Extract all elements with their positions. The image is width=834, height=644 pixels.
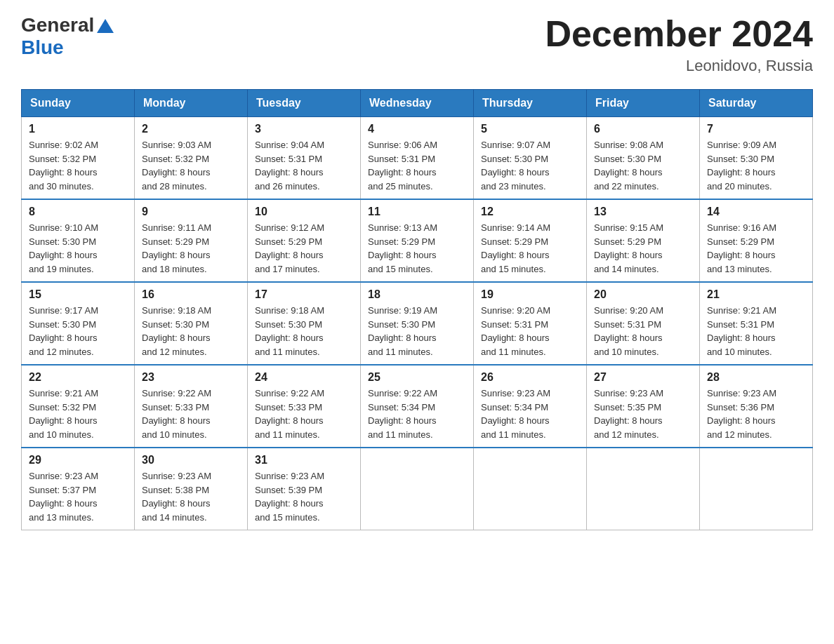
day-info: Sunrise: 9:23 AM Sunset: 5:39 PM Dayligh… xyxy=(255,469,353,524)
day-info: Sunrise: 9:23 AM Sunset: 5:34 PM Dayligh… xyxy=(481,387,579,441)
calendar-cell: 14 Sunrise: 9:16 AM Sunset: 5:29 PM Dayl… xyxy=(700,199,813,282)
calendar-cell: 10 Sunrise: 9:12 AM Sunset: 5:29 PM Dayl… xyxy=(248,199,361,282)
day-number: 13 xyxy=(594,206,692,218)
logo-triangle-icon xyxy=(95,16,115,36)
day-info: Sunrise: 9:20 AM Sunset: 5:31 PM Dayligh… xyxy=(594,304,692,358)
day-number: 11 xyxy=(368,206,466,218)
calendar-cell: 2 Sunrise: 9:03 AM Sunset: 5:32 PM Dayli… xyxy=(135,117,248,200)
calendar-cell: 16 Sunrise: 9:18 AM Sunset: 5:30 PM Dayl… xyxy=(135,282,248,365)
day-info: Sunrise: 9:02 AM Sunset: 5:32 PM Dayligh… xyxy=(29,138,127,193)
page-header: General Blue December 2024 Leonidovo, Ru… xyxy=(21,14,813,75)
calendar-header-friday: Friday xyxy=(587,90,700,117)
day-info: Sunrise: 9:04 AM Sunset: 5:31 PM Dayligh… xyxy=(255,138,353,193)
calendar-cell: 31 Sunrise: 9:23 AM Sunset: 5:39 PM Dayl… xyxy=(248,448,361,530)
day-number: 26 xyxy=(481,371,579,384)
day-info: Sunrise: 9:20 AM Sunset: 5:31 PM Dayligh… xyxy=(481,304,579,358)
day-info: Sunrise: 9:21 AM Sunset: 5:32 PM Dayligh… xyxy=(29,387,127,441)
day-info: Sunrise: 9:21 AM Sunset: 5:31 PM Dayligh… xyxy=(707,304,805,358)
day-info: Sunrise: 9:23 AM Sunset: 5:35 PM Dayligh… xyxy=(594,387,692,441)
day-info: Sunrise: 9:10 AM Sunset: 5:30 PM Dayligh… xyxy=(29,221,127,276)
day-number: 16 xyxy=(142,288,240,301)
calendar-header-tuesday: Tuesday xyxy=(248,90,361,117)
calendar-cell: 29 Sunrise: 9:23 AM Sunset: 5:37 PM Dayl… xyxy=(22,448,135,530)
calendar-table: SundayMondayTuesdayWednesdayThursdayFrid… xyxy=(21,89,813,530)
day-number: 19 xyxy=(481,288,579,301)
day-number: 24 xyxy=(255,371,353,384)
day-info: Sunrise: 9:06 AM Sunset: 5:31 PM Dayligh… xyxy=(368,138,466,193)
calendar-cell xyxy=(361,448,474,530)
day-number: 7 xyxy=(707,123,805,135)
calendar-cell: 22 Sunrise: 9:21 AM Sunset: 5:32 PM Dayl… xyxy=(22,365,135,448)
day-info: Sunrise: 9:11 AM Sunset: 5:29 PM Dayligh… xyxy=(142,221,240,276)
day-number: 9 xyxy=(142,206,240,218)
calendar-header-thursday: Thursday xyxy=(474,90,587,117)
calendar-cell: 1 Sunrise: 9:02 AM Sunset: 5:32 PM Dayli… xyxy=(22,117,135,200)
title-section: December 2024 Leonidovo, Russia xyxy=(545,14,813,75)
day-info: Sunrise: 9:18 AM Sunset: 5:30 PM Dayligh… xyxy=(255,304,353,358)
calendar-cell: 24 Sunrise: 9:22 AM Sunset: 5:33 PM Dayl… xyxy=(248,365,361,448)
calendar-cell xyxy=(587,448,700,530)
calendar-cell: 8 Sunrise: 9:10 AM Sunset: 5:30 PM Dayli… xyxy=(22,199,135,282)
day-number: 17 xyxy=(255,288,353,301)
calendar-cell: 27 Sunrise: 9:23 AM Sunset: 5:35 PM Dayl… xyxy=(587,365,700,448)
month-title: December 2024 xyxy=(545,14,813,54)
day-info: Sunrise: 9:08 AM Sunset: 5:30 PM Dayligh… xyxy=(594,138,692,193)
calendar-week-row: 15 Sunrise: 9:17 AM Sunset: 5:30 PM Dayl… xyxy=(22,282,813,365)
day-info: Sunrise: 9:13 AM Sunset: 5:29 PM Dayligh… xyxy=(368,221,466,276)
day-info: Sunrise: 9:07 AM Sunset: 5:30 PM Dayligh… xyxy=(481,138,579,193)
logo: General Blue xyxy=(21,14,115,59)
location-title: Leonidovo, Russia xyxy=(545,57,813,75)
day-info: Sunrise: 9:23 AM Sunset: 5:37 PM Dayligh… xyxy=(29,469,127,524)
calendar-header-row: SundayMondayTuesdayWednesdayThursdayFrid… xyxy=(22,90,813,117)
day-number: 31 xyxy=(255,454,353,467)
calendar-cell: 15 Sunrise: 9:17 AM Sunset: 5:30 PM Dayl… xyxy=(22,282,135,365)
calendar-cell: 30 Sunrise: 9:23 AM Sunset: 5:38 PM Dayl… xyxy=(135,448,248,530)
calendar-cell: 21 Sunrise: 9:21 AM Sunset: 5:31 PM Dayl… xyxy=(700,282,813,365)
day-info: Sunrise: 9:09 AM Sunset: 5:30 PM Dayligh… xyxy=(707,138,805,193)
day-number: 8 xyxy=(29,206,127,218)
calendar-cell: 20 Sunrise: 9:20 AM Sunset: 5:31 PM Dayl… xyxy=(587,282,700,365)
calendar-week-row: 1 Sunrise: 9:02 AM Sunset: 5:32 PM Dayli… xyxy=(22,117,813,200)
calendar-week-row: 8 Sunrise: 9:10 AM Sunset: 5:30 PM Dayli… xyxy=(22,199,813,282)
day-number: 15 xyxy=(29,288,127,301)
calendar-cell: 28 Sunrise: 9:23 AM Sunset: 5:36 PM Dayl… xyxy=(700,365,813,448)
day-number: 20 xyxy=(594,288,692,301)
day-number: 5 xyxy=(481,123,579,135)
calendar-cell: 12 Sunrise: 9:14 AM Sunset: 5:29 PM Dayl… xyxy=(474,199,587,282)
day-info: Sunrise: 9:14 AM Sunset: 5:29 PM Dayligh… xyxy=(481,221,579,276)
calendar-week-row: 22 Sunrise: 9:21 AM Sunset: 5:32 PM Dayl… xyxy=(22,365,813,448)
calendar-cell: 4 Sunrise: 9:06 AM Sunset: 5:31 PM Dayli… xyxy=(361,117,474,200)
day-number: 1 xyxy=(29,123,127,135)
day-info: Sunrise: 9:03 AM Sunset: 5:32 PM Dayligh… xyxy=(142,138,240,193)
calendar-week-row: 29 Sunrise: 9:23 AM Sunset: 5:37 PM Dayl… xyxy=(22,448,813,530)
calendar-cell: 9 Sunrise: 9:11 AM Sunset: 5:29 PM Dayli… xyxy=(135,199,248,282)
day-number: 10 xyxy=(255,206,353,218)
calendar-cell xyxy=(700,448,813,530)
day-info: Sunrise: 9:23 AM Sunset: 5:38 PM Dayligh… xyxy=(142,469,240,524)
day-number: 2 xyxy=(142,123,240,135)
calendar-cell: 3 Sunrise: 9:04 AM Sunset: 5:31 PM Dayli… xyxy=(248,117,361,200)
calendar-header-sunday: Sunday xyxy=(22,90,135,117)
day-number: 3 xyxy=(255,123,353,135)
calendar-cell: 17 Sunrise: 9:18 AM Sunset: 5:30 PM Dayl… xyxy=(248,282,361,365)
day-info: Sunrise: 9:22 AM Sunset: 5:33 PM Dayligh… xyxy=(142,387,240,441)
calendar-header-monday: Monday xyxy=(135,90,248,117)
day-info: Sunrise: 9:22 AM Sunset: 5:33 PM Dayligh… xyxy=(255,387,353,441)
calendar-cell: 13 Sunrise: 9:15 AM Sunset: 5:29 PM Dayl… xyxy=(587,199,700,282)
day-info: Sunrise: 9:16 AM Sunset: 5:29 PM Dayligh… xyxy=(707,221,805,276)
day-number: 30 xyxy=(142,454,240,467)
calendar-cell: 11 Sunrise: 9:13 AM Sunset: 5:29 PM Dayl… xyxy=(361,199,474,282)
day-info: Sunrise: 9:18 AM Sunset: 5:30 PM Dayligh… xyxy=(142,304,240,358)
day-info: Sunrise: 9:22 AM Sunset: 5:34 PM Dayligh… xyxy=(368,387,466,441)
day-number: 14 xyxy=(707,206,805,218)
calendar-cell: 7 Sunrise: 9:09 AM Sunset: 5:30 PM Dayli… xyxy=(700,117,813,200)
calendar-cell xyxy=(474,448,587,530)
day-info: Sunrise: 9:15 AM Sunset: 5:29 PM Dayligh… xyxy=(594,221,692,276)
calendar-cell: 26 Sunrise: 9:23 AM Sunset: 5:34 PM Dayl… xyxy=(474,365,587,448)
calendar-cell: 5 Sunrise: 9:07 AM Sunset: 5:30 PM Dayli… xyxy=(474,117,587,200)
day-info: Sunrise: 9:12 AM Sunset: 5:29 PM Dayligh… xyxy=(255,221,353,276)
day-info: Sunrise: 9:19 AM Sunset: 5:30 PM Dayligh… xyxy=(368,304,466,358)
calendar-cell: 18 Sunrise: 9:19 AM Sunset: 5:30 PM Dayl… xyxy=(361,282,474,365)
day-info: Sunrise: 9:17 AM Sunset: 5:30 PM Dayligh… xyxy=(29,304,127,358)
day-number: 27 xyxy=(594,371,692,384)
